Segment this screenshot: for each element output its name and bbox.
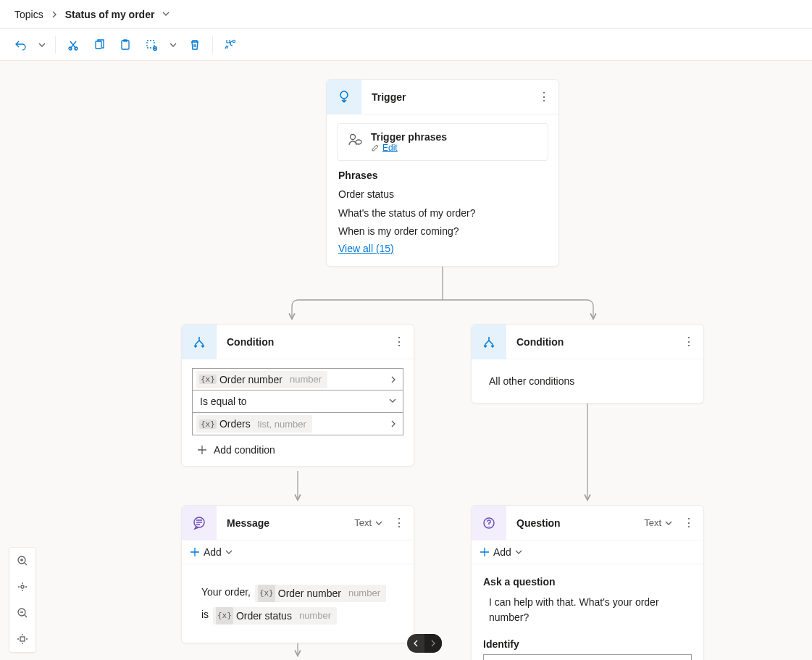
question-title: Question: [506, 517, 644, 529]
chevron-right-icon: [390, 374, 397, 385]
selection-split-button[interactable]: [166, 33, 180, 57]
condition2-menu[interactable]: ⋮: [677, 335, 700, 348]
trigger-header: Trigger ⋮: [327, 80, 558, 114]
breadcrumb-current[interactable]: Status of my order: [65, 9, 171, 20]
message-variation-pager[interactable]: [407, 634, 442, 653]
identify-label: Identify: [483, 638, 692, 650]
pager-next[interactable]: [424, 634, 442, 653]
edit-label: Edit: [382, 143, 398, 153]
identify-field[interactable]: [483, 654, 692, 660]
zoom-in-button[interactable]: [9, 548, 35, 574]
copy-button[interactable]: [88, 33, 111, 57]
fx-icon: {x}: [258, 585, 275, 602]
question-icon: [472, 506, 506, 540]
message-icon: [182, 506, 217, 540]
message-body[interactable]: Your order, {x} Order number number is {…: [188, 570, 408, 637]
var-name: Order number: [278, 582, 341, 605]
variable-button[interactable]: [219, 33, 242, 57]
pager-prev[interactable]: [407, 634, 424, 653]
trigger-icon: [327, 80, 361, 114]
pencil-icon: [371, 143, 380, 152]
phrase-item: What's the status of my order?: [338, 204, 547, 223]
trigger-phrases-title: Trigger phrases: [371, 131, 447, 143]
trigger-edit-link[interactable]: Edit: [371, 143, 447, 153]
trigger-menu[interactable]: ⋮: [532, 90, 556, 104]
chevron-down-icon: [162, 9, 170, 20]
add-condition-button[interactable]: Add condition: [192, 435, 403, 456]
condition1-title: Condition: [217, 336, 388, 348]
message-menu[interactable]: ⋮: [388, 516, 411, 530]
canvas: Trigger ⋮ Trigger phrases Edit Phrases O…: [0, 61, 812, 660]
undo-button[interactable]: [9, 33, 32, 57]
zoom-controls: [9, 547, 36, 653]
question-add-button[interactable]: Add: [472, 540, 703, 564]
svg-point-9: [351, 135, 356, 140]
question-type-label: Text: [644, 517, 661, 528]
var-type: list, number: [254, 419, 306, 430]
condition-card-2: Condition ⋮ All other conditions: [471, 324, 704, 404]
toolbar-separator: [212, 36, 213, 54]
operator-label: Is equal to: [193, 396, 403, 407]
fx-icon: {x}: [216, 607, 233, 625]
trigger-phrases-box[interactable]: Trigger phrases Edit: [337, 123, 548, 161]
svg-rect-5: [147, 41, 154, 48]
message-title: Message: [217, 517, 354, 529]
zoom-out-button[interactable]: [9, 600, 35, 626]
undo-split-button[interactable]: [35, 33, 49, 57]
phrases-header: Phrases: [338, 170, 547, 181]
var-type: number: [344, 583, 380, 604]
question-card: Question Text ⋮ Add Ask a question I can…: [471, 505, 704, 660]
chevron-down-icon: [388, 396, 397, 407]
condition1-menu[interactable]: ⋮: [388, 335, 411, 348]
message-type-selector[interactable]: Text: [354, 517, 383, 528]
variable-chip: {x} Orders list, number: [196, 415, 312, 433]
chevron-down-icon: [664, 519, 673, 527]
condition1-value-field[interactable]: {x} Orders list, number: [192, 413, 403, 435]
condition1-operator-field[interactable]: Is equal to: [192, 390, 403, 413]
question-body: Ask a question I can help with that. Wha…: [472, 564, 703, 660]
breadcrumb-current-label: Status of my order: [65, 9, 155, 20]
zoom-fit-button[interactable]: [9, 574, 35, 600]
chevron-right-icon: [390, 418, 397, 430]
ask-question-text[interactable]: I can help with that. What's your order …: [483, 592, 692, 634]
condition2-title: Condition: [506, 336, 677, 348]
message-add-button[interactable]: Add: [182, 540, 414, 564]
view-all-link[interactable]: View all (15): [338, 241, 394, 254]
toolbar: [0, 29, 812, 61]
plus-icon: [479, 546, 490, 558]
selection-button[interactable]: [140, 33, 163, 57]
svg-rect-2: [96, 41, 101, 49]
condition1-variable-field[interactable]: {x} Order number number: [192, 368, 403, 390]
plus-icon: [189, 546, 201, 558]
svg-point-10: [356, 140, 361, 144]
plus-icon: [196, 444, 208, 456]
breadcrumb-root[interactable]: Topics: [14, 9, 43, 20]
question-type-selector[interactable]: Text: [644, 517, 673, 528]
variable-chip: {x} Order status number: [213, 607, 337, 625]
chevron-down-icon: [225, 548, 233, 556]
branch-icon: [472, 325, 506, 359]
msg-text: Your order,: [201, 586, 254, 598]
svg-rect-16: [20, 637, 25, 641]
zoom-reset-button[interactable]: [9, 626, 35, 652]
chevron-down-icon: [514, 548, 523, 556]
breadcrumb: Topics Status of my order: [0, 0, 812, 29]
trigger-card: Trigger ⋮ Trigger phrases Edit Phrases O…: [326, 79, 559, 267]
branch-icon: [182, 325, 217, 359]
chevron-down-icon: [374, 519, 383, 527]
message-header: Message Text ⋮: [182, 506, 414, 540]
person-speech-icon: [346, 131, 364, 149]
paste-button[interactable]: [114, 33, 137, 57]
var-name: Order number: [219, 374, 282, 385]
var-name: Order status: [236, 605, 292, 627]
phrases-block: Phrases Order status What's the status o…: [327, 161, 558, 266]
add-condition-label: Add condition: [214, 444, 275, 456]
question-menu[interactable]: ⋮: [677, 516, 700, 530]
trigger-title: Trigger: [361, 91, 532, 103]
cut-button[interactable]: [62, 33, 85, 57]
variable-chip: {x} Order number number: [196, 371, 327, 388]
var-type: number: [295, 606, 331, 627]
ask-question-label: Ask a question: [483, 576, 692, 588]
delete-button[interactable]: [183, 33, 206, 57]
chevron-right-icon: [51, 9, 58, 20]
